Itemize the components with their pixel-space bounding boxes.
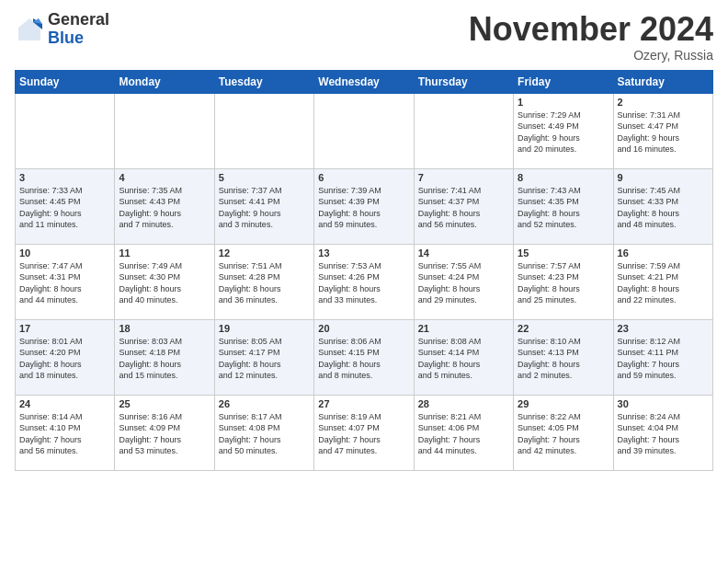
calendar-cell: 2Sunrise: 7:31 AM Sunset: 4:47 PM Daylig…: [613, 93, 712, 168]
day-number: 9: [618, 172, 709, 183]
day-info: Sunrise: 7:35 AM Sunset: 4:43 PM Dayligh…: [119, 185, 210, 231]
day-number: 6: [318, 172, 409, 183]
day-number: 8: [518, 172, 609, 183]
calendar-cell: 27Sunrise: 8:19 AM Sunset: 4:07 PM Dayli…: [314, 395, 414, 470]
day-number: 7: [418, 172, 509, 183]
day-number: 5: [219, 172, 310, 183]
day-info: Sunrise: 8:17 AM Sunset: 4:08 PM Dayligh…: [219, 411, 310, 457]
calendar-cell: [214, 93, 313, 168]
day-info: Sunrise: 8:06 AM Sunset: 4:15 PM Dayligh…: [318, 336, 409, 382]
calendar-cell: 30Sunrise: 8:24 AM Sunset: 4:04 PM Dayli…: [613, 395, 712, 470]
day-info: Sunrise: 7:53 AM Sunset: 4:26 PM Dayligh…: [318, 260, 409, 306]
calendar-table: Sunday Monday Tuesday Wednesday Thursday…: [15, 70, 713, 471]
calendar-cell: 25Sunrise: 8:16 AM Sunset: 4:09 PM Dayli…: [115, 395, 214, 470]
calendar-week-0: 1Sunrise: 7:29 AM Sunset: 4:49 PM Daylig…: [16, 93, 713, 168]
calendar-cell: 3Sunrise: 7:33 AM Sunset: 4:45 PM Daylig…: [16, 168, 115, 244]
col-thursday: Thursday: [414, 70, 513, 93]
day-number: 3: [19, 172, 110, 183]
calendar-cell: 18Sunrise: 8:03 AM Sunset: 4:18 PM Dayli…: [115, 319, 214, 395]
day-info: Sunrise: 8:24 AM Sunset: 4:04 PM Dayligh…: [618, 411, 709, 457]
calendar-cell: 19Sunrise: 8:05 AM Sunset: 4:17 PM Dayli…: [214, 319, 313, 395]
calendar-cell: 15Sunrise: 7:57 AM Sunset: 4:23 PM Dayli…: [514, 244, 613, 319]
calendar-cell: [16, 93, 115, 168]
day-info: Sunrise: 7:33 AM Sunset: 4:45 PM Dayligh…: [19, 185, 110, 231]
calendar-cell: 20Sunrise: 8:06 AM Sunset: 4:15 PM Dayli…: [314, 319, 414, 395]
calendar-cell: 16Sunrise: 7:59 AM Sunset: 4:21 PM Dayli…: [613, 244, 712, 319]
location: Ozery, Russia: [469, 48, 713, 63]
day-number: 16: [618, 247, 709, 259]
day-number: 22: [518, 323, 609, 334]
calendar-week-4: 24Sunrise: 8:14 AM Sunset: 4:10 PM Dayli…: [16, 395, 713, 470]
day-info: Sunrise: 7:49 AM Sunset: 4:30 PM Dayligh…: [119, 260, 210, 306]
calendar-cell: 24Sunrise: 8:14 AM Sunset: 4:10 PM Dayli…: [16, 395, 115, 470]
day-number: 12: [219, 247, 310, 259]
day-info: Sunrise: 7:45 AM Sunset: 4:33 PM Dayligh…: [618, 185, 709, 231]
col-wednesday: Wednesday: [314, 70, 414, 93]
day-number: 20: [318, 323, 409, 334]
calendar-cell: 29Sunrise: 8:22 AM Sunset: 4:05 PM Dayli…: [514, 395, 613, 470]
day-info: Sunrise: 8:01 AM Sunset: 4:20 PM Dayligh…: [19, 336, 110, 382]
col-saturday: Saturday: [613, 70, 712, 93]
header-row: Sunday Monday Tuesday Wednesday Thursday…: [16, 70, 713, 93]
logo: General Blue: [15, 11, 109, 48]
calendar-cell: 12Sunrise: 7:51 AM Sunset: 4:28 PM Dayli…: [214, 244, 313, 319]
page-container: General Blue November 2024 Ozery, Russia…: [0, 0, 728, 478]
logo-text: General Blue: [48, 11, 109, 48]
day-info: Sunrise: 8:10 AM Sunset: 4:13 PM Dayligh…: [518, 336, 609, 382]
calendar-cell: [115, 93, 214, 168]
calendar-cell: 6Sunrise: 7:39 AM Sunset: 4:39 PM Daylig…: [314, 168, 414, 244]
day-number: 28: [418, 398, 509, 409]
day-info: Sunrise: 7:31 AM Sunset: 4:47 PM Dayligh…: [618, 109, 709, 155]
calendar-cell: 21Sunrise: 8:08 AM Sunset: 4:14 PM Dayli…: [414, 319, 513, 395]
day-number: 14: [418, 247, 509, 259]
calendar-cell: 9Sunrise: 7:45 AM Sunset: 4:33 PM Daylig…: [613, 168, 712, 244]
day-info: Sunrise: 7:57 AM Sunset: 4:23 PM Dayligh…: [518, 260, 609, 306]
day-number: 25: [119, 398, 210, 409]
day-number: 11: [119, 247, 210, 259]
day-number: 13: [318, 247, 409, 259]
day-info: Sunrise: 7:43 AM Sunset: 4:35 PM Dayligh…: [518, 185, 609, 231]
day-number: 23: [618, 323, 709, 334]
calendar-cell: 26Sunrise: 8:17 AM Sunset: 4:08 PM Dayli…: [214, 395, 313, 470]
calendar-cell: 23Sunrise: 8:12 AM Sunset: 4:11 PM Dayli…: [613, 319, 712, 395]
day-number: 27: [318, 398, 409, 409]
day-number: 19: [219, 323, 310, 334]
day-number: 1: [518, 97, 609, 108]
calendar-week-3: 17Sunrise: 8:01 AM Sunset: 4:20 PM Dayli…: [16, 319, 713, 395]
day-info: Sunrise: 8:22 AM Sunset: 4:05 PM Dayligh…: [518, 411, 609, 457]
calendar-cell: [314, 93, 414, 168]
col-tuesday: Tuesday: [214, 70, 313, 93]
col-monday: Monday: [115, 70, 214, 93]
day-number: 21: [418, 323, 509, 334]
day-info: Sunrise: 8:19 AM Sunset: 4:07 PM Dayligh…: [318, 411, 409, 457]
day-number: 24: [19, 398, 110, 409]
day-info: Sunrise: 7:47 AM Sunset: 4:31 PM Dayligh…: [19, 260, 110, 306]
day-number: 15: [518, 247, 609, 259]
calendar-week-2: 10Sunrise: 7:47 AM Sunset: 4:31 PM Dayli…: [16, 244, 713, 319]
day-number: 29: [518, 398, 609, 409]
calendar-cell: 13Sunrise: 7:53 AM Sunset: 4:26 PM Dayli…: [314, 244, 414, 319]
title-block: November 2024 Ozery, Russia: [469, 11, 713, 63]
day-number: 17: [19, 323, 110, 334]
day-info: Sunrise: 7:59 AM Sunset: 4:21 PM Dayligh…: [618, 260, 709, 306]
logo-blue: Blue: [48, 29, 109, 48]
day-number: 26: [219, 398, 310, 409]
day-info: Sunrise: 8:21 AM Sunset: 4:06 PM Dayligh…: [418, 411, 509, 457]
calendar-cell: 28Sunrise: 8:21 AM Sunset: 4:06 PM Dayli…: [414, 395, 513, 470]
day-number: 18: [119, 323, 210, 334]
day-info: Sunrise: 7:55 AM Sunset: 4:24 PM Dayligh…: [418, 260, 509, 306]
header: General Blue November 2024 Ozery, Russia: [15, 11, 713, 63]
month-title: November 2024: [469, 11, 713, 48]
calendar-cell: 10Sunrise: 7:47 AM Sunset: 4:31 PM Dayli…: [16, 244, 115, 319]
col-friday: Friday: [514, 70, 613, 93]
calendar-cell: [414, 93, 513, 168]
logo-general: General: [48, 11, 109, 29]
day-info: Sunrise: 7:51 AM Sunset: 4:28 PM Dayligh…: [219, 260, 310, 306]
calendar-cell: 11Sunrise: 7:49 AM Sunset: 4:30 PM Dayli…: [115, 244, 214, 319]
calendar-cell: 1Sunrise: 7:29 AM Sunset: 4:49 PM Daylig…: [514, 93, 613, 168]
day-info: Sunrise: 8:08 AM Sunset: 4:14 PM Dayligh…: [418, 336, 509, 382]
calendar-cell: 14Sunrise: 7:55 AM Sunset: 4:24 PM Dayli…: [414, 244, 513, 319]
day-number: 2: [618, 97, 709, 108]
day-info: Sunrise: 8:12 AM Sunset: 4:11 PM Dayligh…: [618, 336, 709, 382]
day-info: Sunrise: 7:41 AM Sunset: 4:37 PM Dayligh…: [418, 185, 509, 231]
